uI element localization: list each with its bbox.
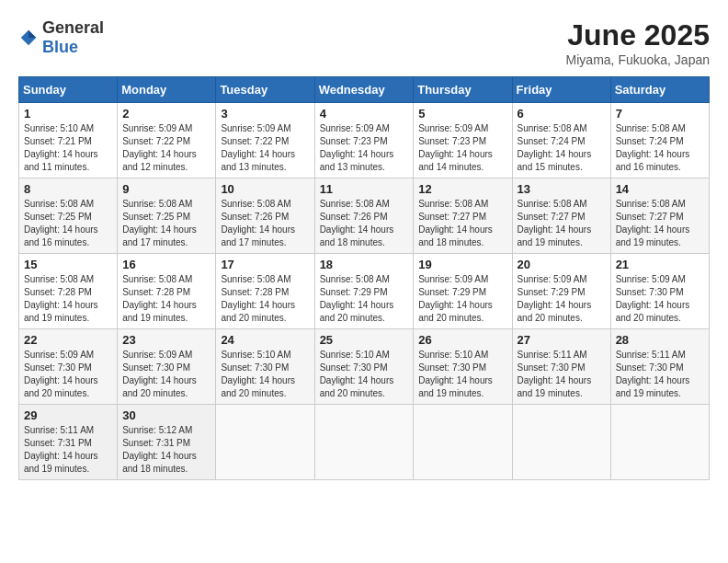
calendar-day-cell: 13 Sunrise: 5:08 AM Sunset: 7:27 PM Dayl… (512, 178, 610, 254)
day-info: Sunrise: 5:09 AM Sunset: 7:30 PM Dayligh… (616, 273, 704, 325)
logo-general: General (42, 18, 104, 37)
day-number: 2 (122, 107, 210, 121)
day-info: Sunrise: 5:10 AM Sunset: 7:30 PM Dayligh… (418, 349, 506, 400)
col-thursday: Thursday (414, 77, 512, 103)
day-number: 9 (122, 182, 210, 196)
day-info: Sunrise: 5:10 AM Sunset: 7:21 PM Dayligh… (24, 122, 112, 174)
day-info: Sunrise: 5:08 AM Sunset: 7:27 PM Dayligh… (418, 198, 506, 249)
page-header: General Blue June 2025 Miyama, Fukuoka, … (18, 18, 710, 67)
day-info: Sunrise: 5:08 AM Sunset: 7:28 PM Dayligh… (221, 273, 309, 325)
logo: General Blue (18, 18, 104, 57)
day-info: Sunrise: 5:08 AM Sunset: 7:25 PM Dayligh… (122, 198, 210, 249)
day-number: 24 (221, 333, 309, 347)
calendar-day-cell (314, 405, 414, 480)
calendar-day-cell (610, 405, 709, 480)
calendar-week-4: 22 Sunrise: 5:09 AM Sunset: 7:30 PM Dayl… (19, 329, 710, 405)
day-info: Sunrise: 5:12 AM Sunset: 7:31 PM Dayligh… (122, 424, 210, 476)
calendar-day-cell: 29 Sunrise: 5:11 AM Sunset: 7:31 PM Dayl… (19, 405, 118, 480)
day-number: 26 (418, 333, 506, 347)
calendar-day-cell (216, 405, 314, 480)
day-number: 22 (24, 333, 112, 347)
col-friday: Friday (512, 77, 610, 103)
day-number: 3 (221, 107, 309, 121)
calendar-week-3: 15 Sunrise: 5:08 AM Sunset: 7:28 PM Dayl… (19, 254, 710, 329)
calendar-day-cell: 20 Sunrise: 5:09 AM Sunset: 7:29 PM Dayl… (512, 254, 610, 329)
calendar-day-cell: 15 Sunrise: 5:08 AM Sunset: 7:28 PM Dayl… (19, 254, 118, 329)
day-info: Sunrise: 5:11 AM Sunset: 7:31 PM Dayligh… (24, 424, 112, 476)
day-info: Sunrise: 5:08 AM Sunset: 7:28 PM Dayligh… (24, 273, 112, 325)
calendar-day-cell: 9 Sunrise: 5:08 AM Sunset: 7:25 PM Dayli… (118, 178, 216, 254)
calendar-day-cell: 1 Sunrise: 5:10 AM Sunset: 7:21 PM Dayli… (19, 103, 118, 178)
day-number: 23 (122, 333, 210, 347)
day-number: 30 (122, 408, 210, 422)
calendar-day-cell: 27 Sunrise: 5:11 AM Sunset: 7:30 PM Dayl… (512, 329, 610, 405)
col-wednesday: Wednesday (314, 77, 414, 103)
day-number: 15 (24, 258, 112, 271)
day-number: 5 (418, 107, 506, 121)
calendar-day-cell: 18 Sunrise: 5:08 AM Sunset: 7:29 PM Dayl… (314, 254, 414, 329)
calendar-day-cell: 22 Sunrise: 5:09 AM Sunset: 7:30 PM Dayl… (19, 329, 118, 405)
title-block: June 2025 Miyama, Fukuoka, Japan (566, 18, 710, 67)
calendar-day-cell: 14 Sunrise: 5:08 AM Sunset: 7:27 PM Dayl… (610, 178, 709, 254)
day-number: 7 (616, 107, 704, 121)
calendar-day-cell: 10 Sunrise: 5:08 AM Sunset: 7:26 PM Dayl… (216, 178, 314, 254)
day-number: 8 (24, 182, 112, 196)
day-info: Sunrise: 5:09 AM Sunset: 7:22 PM Dayligh… (221, 122, 309, 174)
col-tuesday: Tuesday (216, 77, 314, 103)
day-info: Sunrise: 5:09 AM Sunset: 7:23 PM Dayligh… (320, 122, 409, 174)
calendar-day-cell: 5 Sunrise: 5:09 AM Sunset: 7:23 PM Dayli… (414, 103, 512, 178)
day-info: Sunrise: 5:08 AM Sunset: 7:27 PM Dayligh… (616, 198, 704, 249)
calendar-day-cell: 4 Sunrise: 5:09 AM Sunset: 7:23 PM Dayli… (314, 103, 414, 178)
day-number: 28 (616, 333, 704, 347)
day-info: Sunrise: 5:09 AM Sunset: 7:23 PM Dayligh… (418, 122, 506, 174)
calendar-day-cell: 23 Sunrise: 5:09 AM Sunset: 7:30 PM Dayl… (118, 329, 216, 405)
day-number: 11 (320, 182, 409, 196)
calendar-day-cell: 6 Sunrise: 5:08 AM Sunset: 7:24 PM Dayli… (512, 103, 610, 178)
location: Miyama, Fukuoka, Japan (566, 52, 710, 67)
day-number: 21 (616, 258, 704, 271)
day-info: Sunrise: 5:09 AM Sunset: 7:30 PM Dayligh… (122, 349, 210, 400)
day-number: 6 (518, 107, 606, 121)
day-number: 16 (122, 258, 210, 271)
day-number: 18 (320, 258, 409, 271)
col-sunday: Sunday (19, 77, 118, 103)
day-info: Sunrise: 5:09 AM Sunset: 7:30 PM Dayligh… (24, 349, 112, 400)
day-number: 14 (616, 182, 704, 196)
day-number: 12 (418, 182, 506, 196)
day-info: Sunrise: 5:10 AM Sunset: 7:30 PM Dayligh… (221, 349, 309, 400)
calendar-day-cell: 2 Sunrise: 5:09 AM Sunset: 7:22 PM Dayli… (118, 103, 216, 178)
day-info: Sunrise: 5:08 AM Sunset: 7:29 PM Dayligh… (320, 273, 409, 325)
calendar-day-cell: 8 Sunrise: 5:08 AM Sunset: 7:25 PM Dayli… (19, 178, 118, 254)
month-title: June 2025 (566, 18, 710, 52)
calendar-week-2: 8 Sunrise: 5:08 AM Sunset: 7:25 PM Dayli… (19, 178, 710, 254)
calendar-day-cell: 21 Sunrise: 5:09 AM Sunset: 7:30 PM Dayl… (610, 254, 709, 329)
calendar-day-cell: 25 Sunrise: 5:10 AM Sunset: 7:30 PM Dayl… (314, 329, 414, 405)
day-info: Sunrise: 5:09 AM Sunset: 7:22 PM Dayligh… (122, 122, 210, 174)
day-number: 20 (518, 258, 606, 271)
calendar-day-cell: 19 Sunrise: 5:09 AM Sunset: 7:29 PM Dayl… (414, 254, 512, 329)
svg-marker-1 (28, 30, 36, 38)
calendar-week-5: 29 Sunrise: 5:11 AM Sunset: 7:31 PM Dayl… (19, 405, 710, 480)
day-number: 19 (418, 258, 506, 271)
day-info: Sunrise: 5:08 AM Sunset: 7:28 PM Dayligh… (122, 273, 210, 325)
day-info: Sunrise: 5:08 AM Sunset: 7:27 PM Dayligh… (518, 198, 606, 249)
day-info: Sunrise: 5:09 AM Sunset: 7:29 PM Dayligh… (418, 273, 506, 325)
logo-blue: Blue (42, 38, 78, 56)
day-info: Sunrise: 5:08 AM Sunset: 7:26 PM Dayligh… (221, 198, 309, 249)
col-monday: Monday (118, 77, 216, 103)
calendar-day-cell (414, 405, 512, 480)
calendar-day-cell: 30 Sunrise: 5:12 AM Sunset: 7:31 PM Dayl… (118, 405, 216, 480)
calendar-day-cell: 12 Sunrise: 5:08 AM Sunset: 7:27 PM Dayl… (414, 178, 512, 254)
day-info: Sunrise: 5:11 AM Sunset: 7:30 PM Dayligh… (616, 349, 704, 400)
day-number: 27 (518, 333, 606, 347)
day-number: 1 (24, 107, 112, 121)
day-info: Sunrise: 5:08 AM Sunset: 7:25 PM Dayligh… (24, 198, 112, 249)
day-number: 25 (320, 333, 409, 347)
calendar-day-cell: 26 Sunrise: 5:10 AM Sunset: 7:30 PM Dayl… (414, 329, 512, 405)
day-info: Sunrise: 5:08 AM Sunset: 7:24 PM Dayligh… (616, 122, 704, 174)
calendar-day-cell: 7 Sunrise: 5:08 AM Sunset: 7:24 PM Dayli… (610, 103, 709, 178)
calendar-day-cell: 24 Sunrise: 5:10 AM Sunset: 7:30 PM Dayl… (216, 329, 314, 405)
day-number: 10 (221, 182, 309, 196)
day-number: 4 (320, 107, 409, 121)
logo-icon (18, 28, 39, 48)
